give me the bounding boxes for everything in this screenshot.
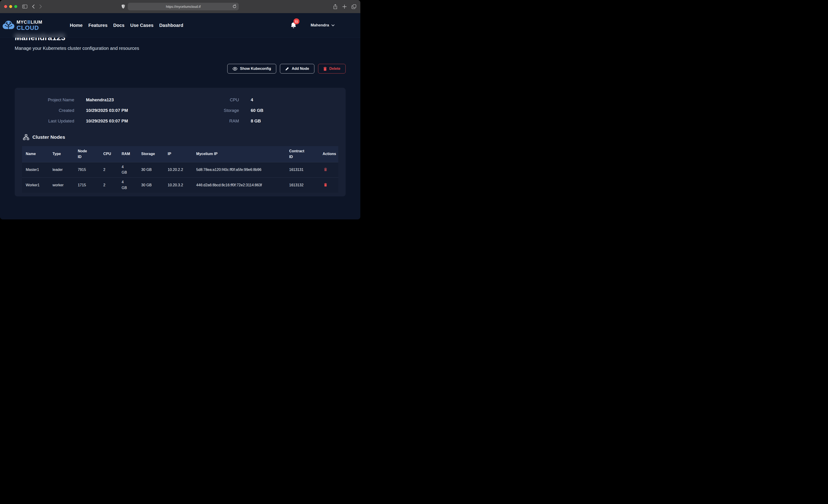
col-header-node-id: Node ID xyxy=(74,146,99,162)
cluster-nodes-heading: Cluster Nodes xyxy=(32,134,65,140)
add-node-label: Add Node xyxy=(292,67,309,71)
privacy-shield-icon[interactable] xyxy=(122,4,125,9)
browser-window: https://myceliumcloud.tf xyxy=(0,0,360,219)
chevron-down-icon xyxy=(331,24,335,27)
created-row: Created 10/29/2025 03:07 PM xyxy=(26,108,180,113)
last-updated-row: Last Updated 10/29/2025 03:07 PM xyxy=(26,119,180,124)
col-header-type: Type xyxy=(49,146,74,162)
tab-overview-icon[interactable] xyxy=(351,4,356,9)
col-header-cpu: CPU xyxy=(100,146,118,162)
title-motion-blur-ghost: Mahendra123 xyxy=(15,32,65,38)
user-menu[interactable]: Mahendra xyxy=(311,23,335,28)
cluster-actions: Show Kubeconfig Add Node Delete xyxy=(15,64,346,74)
new-tab-icon[interactable] xyxy=(342,5,346,9)
trash-icon xyxy=(323,67,327,71)
brand-line1-post: LIUM xyxy=(31,20,42,24)
ram-row: RAM 8 GB xyxy=(180,119,335,124)
zoom-window-button[interactable] xyxy=(14,5,17,8)
delete-node-button[interactable] xyxy=(323,167,328,172)
show-kubeconfig-label: Show Kubeconfig xyxy=(240,67,271,71)
cell-cpu: 2 xyxy=(100,177,118,193)
nav-links: Home Features Docs Use Cases Dashboard xyxy=(70,23,183,28)
project-name-label: Project Name xyxy=(26,97,74,102)
cell-name: Master1 xyxy=(22,162,49,177)
cell-type: worker xyxy=(49,177,74,193)
col-header-actions: Actions xyxy=(319,146,338,162)
minimize-window-button[interactable] xyxy=(9,5,12,8)
cpu-value: 4 xyxy=(251,97,253,102)
cell-actions xyxy=(319,177,338,193)
stylized-e-icon xyxy=(27,20,30,24)
storage-row: Storage 60 GB xyxy=(180,108,335,113)
cluster-nodes-icon xyxy=(23,134,29,140)
trash-icon xyxy=(324,183,327,186)
cell-name: Worker1 xyxy=(22,177,49,193)
back-button-icon[interactable] xyxy=(32,4,35,9)
nav-item-docs[interactable]: Docs xyxy=(113,23,125,28)
col-header-storage: Storage xyxy=(137,146,164,162)
notifications-button[interactable]: 11 xyxy=(290,22,296,29)
cpu-row: CPU 4 xyxy=(180,97,335,102)
cell-ram: 4 GB xyxy=(118,177,137,193)
cluster-details-panel: Project Name Mahendra123 Created 10/29/2… xyxy=(15,88,346,197)
cell-node-id: 1715 xyxy=(74,177,99,193)
pencil-icon xyxy=(285,67,289,71)
col-header-ip: IP xyxy=(164,146,193,162)
trash-icon xyxy=(324,168,327,171)
delete-cluster-button[interactable]: Delete xyxy=(318,64,346,74)
site-navbar: Mahendra123 MYC LIUM xyxy=(0,13,360,38)
created-value: 10/29/2025 03:07 PM xyxy=(86,108,128,113)
table-row-worker1: Worker1 worker 1715 2 4 GB 30 GB 10.20.3… xyxy=(22,177,338,193)
share-icon[interactable] xyxy=(333,4,337,9)
url-text: https://myceliumcloud.tf xyxy=(166,5,201,8)
cell-storage: 30 GB xyxy=(137,177,164,193)
project-info: Project Name Mahendra123 Created 10/29/2… xyxy=(22,97,338,124)
cell-type: leader xyxy=(49,162,74,177)
cell-ip: 10.20.3.2 xyxy=(164,177,193,193)
nav-item-dashboard[interactable]: Dashboard xyxy=(159,23,183,28)
ram-value: 8 GB xyxy=(251,119,261,124)
nav-item-features[interactable]: Features xyxy=(88,23,107,28)
nav-item-use-cases[interactable]: Use Cases xyxy=(130,23,154,28)
col-header-contract-id: Contract ID xyxy=(285,146,319,162)
address-bar[interactable]: https://myceliumcloud.tf xyxy=(128,3,239,10)
cell-ip: 10.20.2.2 xyxy=(164,162,193,177)
show-kubeconfig-button[interactable]: Show Kubeconfig xyxy=(227,64,276,74)
col-header-name: Name xyxy=(22,146,49,162)
cell-actions xyxy=(319,162,338,177)
brand-line2: CLOUD xyxy=(16,25,42,31)
table-header-row: Name Type Node ID CPU RAM Storage IP Myc… xyxy=(22,146,338,162)
last-updated-value: 10/29/2025 03:07 PM xyxy=(86,119,128,124)
notification-count-badge: 11 xyxy=(293,18,299,24)
cell-node-id: 7915 xyxy=(74,162,99,177)
table-row-master1: Master1 leader 7915 2 4 GB 30 GB 10.20.2… xyxy=(22,162,338,177)
forward-button-icon[interactable] xyxy=(39,4,42,9)
delete-label: Delete xyxy=(329,67,340,71)
nav-item-home[interactable]: Home xyxy=(70,23,83,28)
col-header-mycelium-ip: Mycelium IP xyxy=(193,146,285,162)
created-label: Created xyxy=(26,108,74,113)
page-subtitle: Manage your Kubernetes cluster configura… xyxy=(15,46,346,51)
cell-mycelium-ip: 446:d2a6:8bcd:8c16:ff0f:72e2:3114:863f xyxy=(193,177,285,193)
sidebar-toggle-icon[interactable] xyxy=(22,5,27,8)
user-name: Mahendra xyxy=(311,23,329,28)
add-node-button[interactable]: Add Node xyxy=(280,64,315,74)
page-content: Mahendra123 Manage your Kubernetes clust… xyxy=(0,33,360,197)
brand-wordmark: MYC LIUM CLOUD xyxy=(16,20,42,31)
ram-label: RAM xyxy=(180,119,239,124)
cell-storage: 30 GB xyxy=(137,162,164,177)
brand-logo[interactable]: MYC LIUM CLOUD xyxy=(2,20,42,31)
cloud-logo-icon xyxy=(2,20,15,31)
storage-value: 60 GB xyxy=(251,108,263,113)
cell-ram: 4 GB xyxy=(118,162,137,177)
cell-contract-id: 1613131 xyxy=(285,162,319,177)
browser-toolbar: https://myceliumcloud.tf xyxy=(0,0,360,13)
reload-icon[interactable] xyxy=(233,4,237,8)
project-name-row: Project Name Mahendra123 xyxy=(26,97,180,102)
storage-label: Storage xyxy=(180,108,239,113)
delete-node-button[interactable] xyxy=(323,182,328,187)
cell-contract-id: 1613132 xyxy=(285,177,319,193)
close-window-button[interactable] xyxy=(4,5,7,8)
cpu-label: CPU xyxy=(180,97,239,102)
last-updated-label: Last Updated xyxy=(26,119,74,124)
